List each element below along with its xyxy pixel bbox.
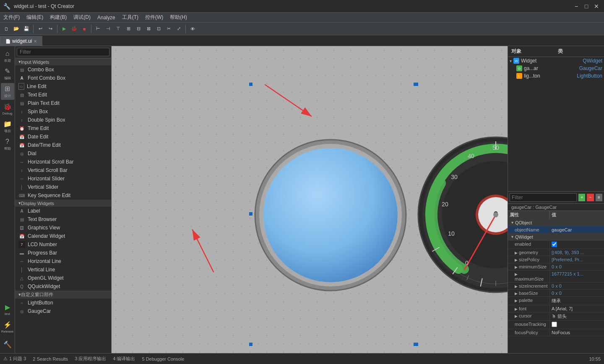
widget-graphics-view[interactable]: 🖼 Graphics View <box>15 224 111 232</box>
widget-v-line[interactable]: │ Vertical Line <box>15 265 111 274</box>
widget-text-edit[interactable]: ▤ Text Edit <box>15 91 111 99</box>
prop-sizeincrement[interactable]: ▶ sizeIncrement 0 x 0 <box>508 283 604 290</box>
toolbar-new[interactable]: 🗋 <box>2 24 11 34</box>
widget-date-edit[interactable]: 📅 Date Edit <box>15 133 111 141</box>
prop-mousetracking[interactable]: mouseTracking <box>508 321 604 329</box>
props-menu-button[interactable]: ≡ <box>596 194 602 201</box>
sidebar-item-release[interactable]: ⚡ Release <box>1 319 14 335</box>
prop-font[interactable]: ▶ font A [Arial, 7] <box>508 305 604 312</box>
prop-minimumsize[interactable]: ▶ minimumSize 0 x 0 <box>508 263 604 270</box>
widget-qquick[interactable]: Q QQuickWidget <box>15 282 111 291</box>
status-compile-output[interactable]: 4 编译输出 <box>113 356 135 362</box>
widget-h-scrollbar[interactable]: ↔ Horizontal Scroll Bar <box>15 158 111 166</box>
toolbar-stop[interactable]: ■ <box>80 24 89 34</box>
geometry-expand-icon[interactable]: ▶ <box>515 251 518 255</box>
widget-key-sequence[interactable]: ⌨ Key Sequence Edit <box>15 191 111 200</box>
widget-label[interactable]: A Label <box>15 207 111 215</box>
widget-line-edit[interactable]: ▭ Line Edit <box>15 82 111 91</box>
toolbar-layout-form[interactable]: ⊡ <box>154 24 163 34</box>
close-button[interactable]: ✕ <box>592 2 601 10</box>
prop-objectname[interactable]: objectName gaugeCar <box>508 226 604 234</box>
props-remove-button[interactable]: − <box>587 194 594 201</box>
sidebar-item-design[interactable]: ⊞ 设计 <box>1 83 14 100</box>
widget-progress-bar[interactable]: ▬ Progress Bar <box>15 249 111 257</box>
menu-edit[interactable]: 编辑(E) <box>23 13 47 22</box>
toolbar-layout-grid[interactable]: ⊠ <box>144 24 153 34</box>
sidebar-item-debug[interactable]: 🐞 Debug <box>1 101 14 117</box>
section-input-widgets[interactable]: ▾ Input Widgets <box>15 58 111 65</box>
prop-basesize[interactable]: ▶ baseSize 0 x 0 <box>508 290 604 297</box>
widget-v-scrollbar[interactable]: ↕ Vertical Scroll Bar <box>15 166 111 174</box>
widget-double-spin-box[interactable]: ↕ Double Spin Box <box>15 116 111 124</box>
sidebar-item-projects[interactable]: 📁 项目 <box>1 118 14 135</box>
menu-build[interactable]: 构建(B) <box>47 13 70 22</box>
prop-sizepolicy[interactable]: ▶ sizePolicy [Preferred, Pr... <box>508 256 604 263</box>
sidebar-item-welcome[interactable]: ⌂ 欢迎 <box>1 48 14 65</box>
menu-analyze[interactable]: Analyze <box>94 14 119 21</box>
widget-opengl[interactable]: △ OpenGL Widget <box>15 274 111 282</box>
status-app-output[interactable]: 3 应用程序输出 <box>75 356 106 362</box>
toolbar-redo[interactable]: ↪ <box>46 24 55 34</box>
widget-plain-text-edit[interactable]: ▤ Plain Text Edit <box>15 99 111 107</box>
prop-focuspolicy[interactable]: focusPolicy NoFocus <box>508 329 604 336</box>
widget-v-slider[interactable]: │ Vertical Slider <box>15 183 111 191</box>
toolbar-debug[interactable]: 🐞 <box>70 24 79 34</box>
maximize-button[interactable]: □ <box>582 2 591 10</box>
prop-value-enabled[interactable] <box>550 241 604 249</box>
toolbar-run[interactable]: ▶ <box>60 24 69 34</box>
toolbar-open[interactable]: 📂 <box>12 24 21 34</box>
toolbar-break-layout[interactable]: ✂ <box>164 24 173 34</box>
toolbar-align-left[interactable]: ⊢ <box>94 24 103 34</box>
widget-time-edit[interactable]: ⏰ Time Edit <box>15 124 111 133</box>
widget-filter-input[interactable] <box>17 48 109 56</box>
prop-enabled[interactable]: enabled <box>508 241 604 249</box>
section-custom-widgets[interactable]: ▾ 自定义窗口部件 <box>15 291 111 299</box>
enabled-checkbox[interactable] <box>552 242 557 247</box>
section-display-widgets[interactable]: ▾ Display Widgets <box>15 200 111 207</box>
widget-combo-box[interactable]: ▤ Combo Box <box>15 65 111 74</box>
toolbar-undo[interactable]: ↩ <box>36 24 45 34</box>
toolbar-align-right[interactable]: ⊤ <box>114 24 123 34</box>
obj-row-gaugecar[interactable]: G ga...ar GaugeCar <box>515 65 604 72</box>
sidebar-item-build[interactable]: 🔨 <box>1 336 14 353</box>
tab-widget-ui[interactable]: 📄 widget.ui ✕ <box>0 36 42 46</box>
qwidget-section-arrow[interactable]: ▾ <box>511 234 513 239</box>
minimize-button[interactable]: − <box>572 2 581 10</box>
light-button-widget[interactable] <box>252 85 409 345</box>
status-debugger[interactable]: 5 Debugger Console <box>142 356 185 361</box>
toolbar-preview[interactable]: 👁 <box>188 24 197 34</box>
widget-datetime-edit[interactable]: 📅 Date/Time Edit <box>15 141 111 149</box>
prop-cursor[interactable]: ▶ cursor 🖱 箭头 <box>508 312 604 321</box>
prop-palette[interactable]: ▶ palette 继承 <box>508 297 604 305</box>
toolbar-layout-h[interactable]: ⊞ <box>124 24 133 34</box>
qobject-section-arrow[interactable]: ▾ <box>511 220 513 225</box>
obj-row-lightbutton[interactable]: L lig...ton LightButton <box>515 72 604 80</box>
widget-calendar[interactable]: 📅 Calendar Widget <box>15 232 111 240</box>
widget-h-line[interactable]: ─ Horizontal Line <box>15 257 111 265</box>
obj-row-widget[interactable]: ▾ W Widget QWidget <box>508 57 604 65</box>
widget-h-slider[interactable]: ─ Horizontal Slider <box>15 174 111 183</box>
widget-text-browser[interactable]: ▤ Text Browser <box>15 215 111 224</box>
widget-lcd-number[interactable]: 7 LCD Number <box>15 240 111 249</box>
toolbar-save[interactable]: 💾 <box>22 24 31 34</box>
prop-value-mousetracking[interactable] <box>550 321 604 329</box>
props-add-button[interactable]: + <box>578 194 585 201</box>
menu-tools[interactable]: 工具(T) <box>119 13 142 22</box>
tab-close-icon[interactable]: ✕ <box>34 39 37 44</box>
sidebar-item-edit[interactable]: ✎ 编辑 <box>1 65 14 82</box>
menu-debug[interactable]: 调试(D) <box>70 13 94 22</box>
widget-gauge-car[interactable]: ◎ GaugeCar <box>15 307 111 315</box>
canvas-area[interactable]: 0 50 60 70 80 90 100 0 10 20 30 40 <box>112 46 508 353</box>
status-problems[interactable]: ⚠ 1 问题 3 <box>3 356 26 362</box>
widget-spin-box[interactable]: ↕ Spin Box <box>15 107 111 116</box>
gauge-car-widget[interactable]: 0 50 60 70 80 90 100 0 10 20 30 40 <box>417 85 508 345</box>
sidebar-item-test[interactable]: ▶ test <box>1 301 14 318</box>
prop-maximumsize[interactable]: ▶ maximumSize 16777215 x 1... <box>508 270 604 283</box>
mousetracking-checkbox[interactable] <box>552 322 557 327</box>
widget-light-button[interactable]: ○ LightButton <box>15 299 111 307</box>
widget-dial[interactable]: ◎ Dial <box>15 149 111 158</box>
menu-widgets[interactable]: 控件(W) <box>142 13 167 22</box>
status-search-results[interactable]: 2 Search Results <box>33 356 68 361</box>
toolbar-adjust-size[interactable]: ⤢ <box>174 24 183 34</box>
toolbar-layout-v[interactable]: ⊟ <box>134 24 143 34</box>
